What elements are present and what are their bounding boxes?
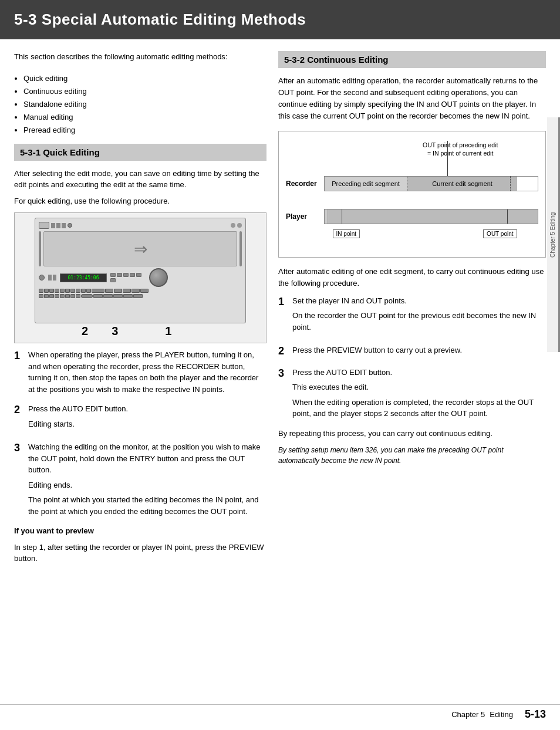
out-point-label: OUT point [487, 231, 513, 237]
step-532-1-text: Set the player IN and OUT points. [292, 296, 407, 305]
step-531-2-sub: Editing starts. [28, 418, 128, 430]
intro-list: Quick editing Continuous editing Standal… [23, 72, 266, 137]
step-531-2: 2 Press the AUTO EDIT button. Editing st… [14, 403, 266, 433]
list-item: Manual editing [23, 111, 266, 124]
list-item: Standalone editing [23, 98, 266, 111]
step-532-2-text: Press the PREVIEW button to carry out a … [292, 346, 462, 354]
step-531-3-text: Watching the editing on the monitor, at … [28, 442, 261, 474]
page-title: 5-3 Special Automatic Editing Methods [14, 11, 546, 29]
page-header: 5-3 Special Automatic Editing Methods [0, 0, 560, 39]
right-column: 5-3-2 Continuous Editing After an automa… [278, 51, 546, 569]
player-row: Player IN point [286, 209, 538, 224]
532-para2: After automatic editing of one edit segm… [278, 266, 546, 289]
footer-page-number: 5-13 [525, 708, 546, 721]
device-display: 01:23:45:06 [60, 273, 107, 282]
in-point-label: IN point [336, 231, 356, 237]
sidebar-chapter-label: Chapter 5 Editing [547, 117, 560, 352]
edit-diagram: OUT point of preceding edit = IN point o… [278, 131, 546, 258]
footer-chapter: Chapter 5 [451, 710, 485, 719]
section-531-header: 5-3-1 Quick Editing [14, 144, 266, 161]
step-532-3: 3 Press the AUTO EDIT button. This execu… [278, 367, 546, 420]
531-para1: After selecting the edit mode, you can s… [14, 168, 266, 191]
list-item: Quick editing [23, 72, 266, 85]
diagram-numbers: 2 3 1 [35, 325, 246, 338]
step-532-1: 1 Set the player IN and OUT points. On t… [278, 295, 546, 337]
532-para1: After an automatic editing operation, th… [278, 75, 546, 123]
step-532-3-text: Press the AUTO EDIT button. [292, 368, 392, 377]
intro-text: This section describes the following aut… [14, 51, 266, 63]
section-532-header: 5-3-2 Continuous Editing [278, 51, 546, 68]
recorder-row: Recorder Preceding edit segment Current … [286, 176, 538, 191]
out-point-note: OUT point of preceding edit = IN point o… [423, 141, 498, 157]
step-532-3-sub2: When the editing operation is completed,… [292, 397, 546, 420]
step-531-1: 1 When operating the player, press the P… [14, 349, 266, 395]
step-531-3-sub1: Editing ends. [28, 479, 266, 491]
page-wrapper: 5-3 Special Automatic Editing Methods Th… [0, 0, 560, 730]
532-italic-note: By setting setup menu item 326, you can … [278, 445, 546, 466]
device-diagram: ⇒ 01:23:45:06 [35, 218, 246, 323]
footer-section: Editing [490, 710, 513, 719]
preview-heading: If you want to preview [14, 526, 94, 535]
step-531-3: 3 Watching the editing on the monitor, a… [14, 441, 266, 517]
step-531-1-text: When operating the player, press the PLA… [28, 350, 258, 394]
left-column: This section describes the following aut… [14, 51, 266, 569]
step-531-2-text: Press the AUTO EDIT button. [28, 404, 128, 413]
list-item: Continuous editing [23, 85, 266, 98]
list-item: Preread editing [23, 124, 266, 137]
532-para3: By repeating this process, you can carry… [278, 428, 546, 440]
recorder-track: Preceding edit segment Current edit segm… [324, 176, 538, 191]
content-area: This section describes the following aut… [0, 51, 560, 569]
531-para2: For quick editing, use the following pro… [14, 195, 266, 207]
step-531-3-sub2: The point at which you started the editi… [28, 494, 266, 517]
preview-text: In step 1, after setting the recorder or… [14, 542, 266, 565]
step-532-2: 2 Press the PREVIEW button to carry out … [278, 344, 546, 358]
step-532-3-sub1: This executes the edit. [292, 381, 546, 393]
step-532-1-sub: On the recorder the OUT point for the pr… [292, 310, 546, 333]
player-track: IN point OUT point [324, 209, 538, 224]
